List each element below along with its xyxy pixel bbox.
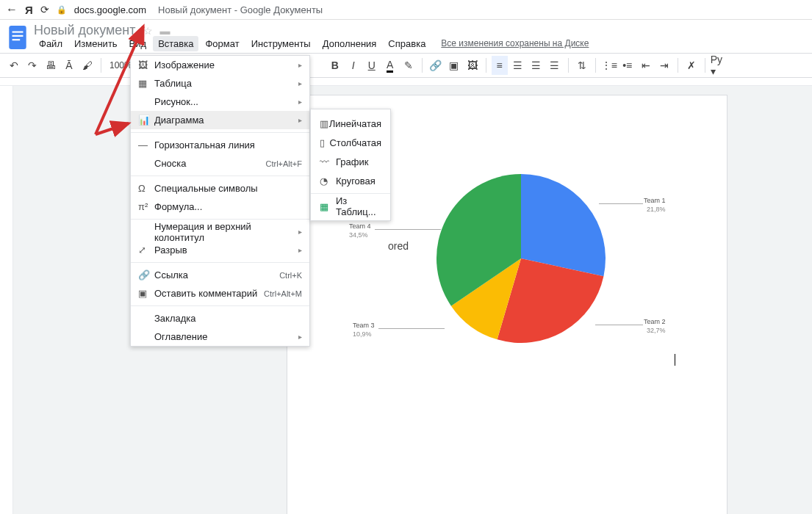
menu-item-link[interactable]: 🔗СсылкаCtrl+K xyxy=(131,266,309,284)
menu-item-drawing[interactable]: Рисунок...▸ xyxy=(131,93,309,111)
save-status[interactable]: Все изменения сохранены на Диске xyxy=(441,38,589,48)
menu-item-table[interactable]: ▦Таблица▸ xyxy=(131,74,309,93)
toolbar: ↶ ↷ 🖶 Ā 🖌 100% B I U A ✎ 🔗 ▣ 🖼 ≡ ☰ ☰ ☰ ⇅… xyxy=(0,53,812,78)
menu-file[interactable]: Файл xyxy=(34,36,68,51)
menu-item-break[interactable]: ⤢Разрыв▸ xyxy=(131,241,309,259)
bulleted-list-button[interactable]: •≡ xyxy=(619,56,636,75)
undo-button[interactable]: ↶ xyxy=(6,56,22,75)
menu-addons[interactable]: Дополнения xyxy=(317,36,382,51)
submenu-pie[interactable]: ◔Круговая xyxy=(311,171,390,190)
increase-indent-button[interactable]: ⇥ xyxy=(656,56,672,75)
menu-item-image[interactable]: 🖼Изображение▸ xyxy=(131,56,309,74)
browser-address-bar: ← Я ⟳ 🔒 docs.google.com Новый документ -… xyxy=(0,0,812,20)
url-title: Новый документ - Google Документы xyxy=(158,4,323,15)
vertical-ruler xyxy=(0,86,13,514)
text-cursor xyxy=(675,354,675,366)
menu-bar: Файл Изменить Вид Вставка Формат Инструм… xyxy=(34,38,594,51)
image-button[interactable]: 🖼 xyxy=(464,56,481,75)
clear-format-button[interactable]: ✗ xyxy=(683,56,700,75)
menu-edit[interactable]: Изменить xyxy=(69,36,123,51)
menu-view[interactable]: Вид xyxy=(124,36,152,51)
paint-format-button[interactable]: 🖌 xyxy=(79,56,96,75)
decrease-indent-button[interactable]: ⇤ xyxy=(638,56,654,75)
svg-rect-0 xyxy=(9,26,26,49)
menu-item-special[interactable]: ΩСпециальные символы xyxy=(131,179,309,198)
highlight-button[interactable]: ✎ xyxy=(400,56,417,75)
comment-button[interactable]: ▣ xyxy=(446,56,462,75)
line-spacing-button[interactable]: ⇅ xyxy=(574,56,590,75)
bold-button[interactable]: B xyxy=(327,56,343,75)
document-canvas: ored Team 121,8% Team 232,7% Team 310,9%… xyxy=(0,86,812,514)
chart-title: ored xyxy=(388,240,409,252)
print-button[interactable]: 🖶 xyxy=(43,56,59,75)
svg-rect-3 xyxy=(12,39,21,40)
align-center-button[interactable]: ☰ xyxy=(510,56,526,75)
submenu-line[interactable]: 〰График xyxy=(311,152,390,171)
menu-item-headers[interactable]: Нумерация и верхний колонтитул▸ xyxy=(131,222,309,241)
align-left-button[interactable]: ≡ xyxy=(492,56,508,75)
align-right-button[interactable]: ☰ xyxy=(528,56,545,75)
text-color-button[interactable]: A xyxy=(382,56,398,75)
doc-header: Новый документ ☆ ▬ Файл Изменить Вид Вст… xyxy=(0,20,812,53)
label-team3: Team 310,9% xyxy=(353,322,375,339)
label-team2: Team 232,7% xyxy=(644,318,666,335)
svg-rect-1 xyxy=(12,31,24,32)
numbered-list-button[interactable]: ⋮≡ xyxy=(601,56,617,75)
redo-button[interactable]: ↷ xyxy=(24,56,40,75)
italic-button[interactable]: I xyxy=(345,56,362,75)
yandex-logo[interactable]: Я xyxy=(25,4,33,16)
spellcheck-button[interactable]: Ā xyxy=(61,56,77,75)
menu-item-bookmark[interactable]: Закладка xyxy=(131,309,309,327)
input-tools-button[interactable]: Ру ▾ xyxy=(711,56,727,75)
underline-button[interactable]: U xyxy=(364,56,380,75)
menu-item-hr[interactable]: —Горизонтальная линия xyxy=(131,136,309,154)
docs-logo[interactable] xyxy=(6,23,29,52)
label-team1: Team 121,8% xyxy=(644,197,666,214)
folder-icon[interactable]: ▬ xyxy=(160,25,170,37)
menu-item-footnote[interactable]: СноскаCtrl+Alt+F xyxy=(131,154,309,173)
chart-submenu: ▥Линейчатая ▯Столбчатая 〰График ◔Кругова… xyxy=(310,109,391,221)
reload-button[interactable]: ⟳ xyxy=(40,4,49,15)
menu-insert[interactable]: Вставка xyxy=(153,36,198,51)
back-button[interactable]: ← xyxy=(6,3,18,16)
horizontal-ruler xyxy=(0,78,812,86)
label-team4: Team 434,5% xyxy=(349,222,371,239)
submenu-from-sheets[interactable]: ▦Из Таблиц... xyxy=(311,197,390,216)
menu-format[interactable]: Формат xyxy=(200,36,244,51)
menu-item-equation[interactable]: π²Формула... xyxy=(131,198,309,216)
link-button[interactable]: 🔗 xyxy=(428,56,444,75)
menu-help[interactable]: Справка xyxy=(383,36,431,51)
pie-slice-team1 xyxy=(521,174,606,276)
star-icon[interactable]: ☆ xyxy=(143,25,153,37)
submenu-bar-h[interactable]: ▥Линейчатая xyxy=(311,114,390,133)
menu-item-comment[interactable]: ▣Оставить комментарийCtrl+Alt+M xyxy=(131,284,309,303)
insert-menu-dropdown: 🖼Изображение▸ ▦Таблица▸ Рисунок...▸ 📊Диа… xyxy=(130,55,310,347)
svg-rect-2 xyxy=(12,35,24,36)
menu-item-toc[interactable]: Оглавление▸ xyxy=(131,327,309,346)
align-justify-button[interactable]: ☰ xyxy=(547,56,563,75)
lock-icon: 🔒 xyxy=(57,5,67,15)
url-domain: docs.google.com xyxy=(74,4,146,15)
menu-tools[interactable]: Инструменты xyxy=(246,36,316,51)
menu-item-chart[interactable]: 📊Диаграмма▸ xyxy=(131,111,309,129)
submenu-bar-v[interactable]: ▯Столбчатая xyxy=(311,133,390,152)
